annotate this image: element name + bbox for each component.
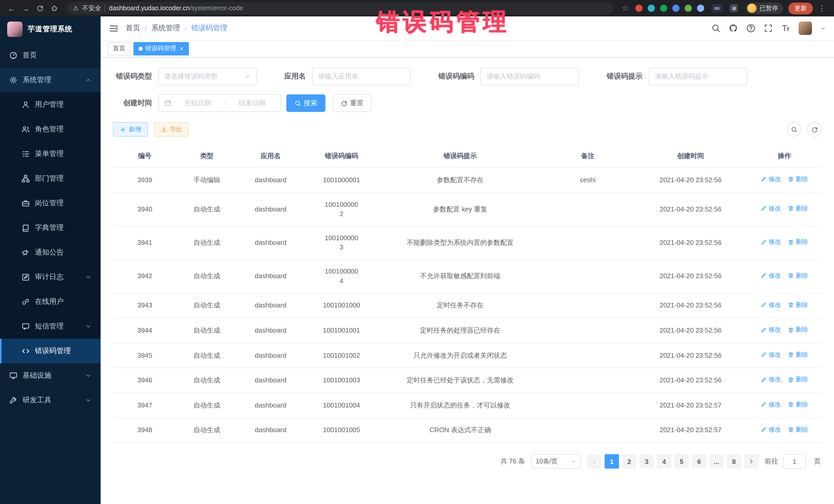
refresh-table-button[interactable]: [807, 122, 822, 136]
extension-icon[interactable]: [635, 5, 642, 12]
column-header: 编号: [113, 145, 177, 168]
next-page-button[interactable]: [744, 454, 759, 468]
page-button[interactable]: 5: [674, 454, 689, 468]
prev-page-button[interactable]: [587, 454, 601, 468]
sidebar-item[interactable]: 研发工具: [0, 388, 101, 413]
breadcrumb-item[interactable]: 系统管理: [151, 24, 180, 33]
sidebar-item[interactable]: 首页: [0, 43, 101, 68]
sidebar-item[interactable]: 审计日志: [0, 265, 101, 289]
goto-page-input[interactable]: 1: [783, 454, 806, 468]
browser-menu-icon[interactable]: ⋮: [815, 4, 829, 13]
search-button[interactable]: 搜索: [286, 94, 325, 112]
cell-type: 自动生成: [177, 368, 237, 393]
sidebar-item[interactable]: 字典管理: [0, 216, 101, 240]
sidebar-item[interactable]: 基础设施: [0, 364, 101, 388]
delete-label: 删除: [796, 301, 808, 309]
page-button[interactable]: 3: [639, 454, 654, 468]
page-content: 错误码类型请选择错误码类型应用名请输入应用名错误码编码请输入错误码编码错误码提示…: [101, 58, 834, 504]
edit-link[interactable]: 修改: [761, 175, 781, 184]
delete-link[interactable]: 删除: [788, 375, 808, 384]
filter-input[interactable]: 请输入应用名: [312, 68, 411, 85]
sidebar-item[interactable]: 在线用户: [0, 289, 101, 314]
sidebar-item[interactable]: 岗位管理: [0, 191, 101, 216]
filter-select[interactable]: 请选择错误码类型: [158, 68, 257, 85]
profile-chip[interactable]: 已暂停: [746, 3, 783, 14]
back-button[interactable]: ←: [5, 2, 18, 14]
delete-link[interactable]: 删除: [788, 301, 808, 309]
help-icon[interactable]: [746, 24, 755, 33]
edit-link[interactable]: 修改: [761, 425, 781, 434]
menu-fold-icon[interactable]: [109, 23, 118, 33]
extension-icon[interactable]: [672, 5, 680, 12]
home-button[interactable]: [48, 2, 61, 14]
date-range-picker[interactable]: 开始日期 - 结束日期: [158, 94, 281, 112]
fullscreen-icon[interactable]: [764, 24, 773, 33]
page-button[interactable]: 8: [727, 454, 741, 468]
toggle-search-button[interactable]: [787, 122, 801, 136]
page-size-select[interactable]: 10条/页: [531, 454, 581, 468]
cell-remark: [542, 368, 634, 393]
filter-input[interactable]: 请输入错误码编码: [480, 68, 579, 85]
edit-link[interactable]: 修改: [761, 326, 781, 334]
edit-link[interactable]: 修改: [761, 351, 781, 359]
extensions-puzzle-icon[interactable]: [730, 4, 738, 12]
edit-link[interactable]: 修改: [761, 271, 781, 280]
font-size-icon[interactable]: [781, 24, 790, 33]
delete-link[interactable]: 删除: [788, 271, 808, 280]
extension-icon[interactable]: [648, 5, 655, 12]
extension-icon[interactable]: [685, 5, 692, 12]
logo[interactable]: 芋道管理系统: [0, 17, 101, 42]
add-button[interactable]: 新增: [113, 122, 148, 136]
dashboard-icon: [9, 51, 18, 60]
filter-input[interactable]: 请输入错误码提示: [649, 68, 747, 85]
cell-msg: 参数配置 key 重复: [379, 193, 542, 226]
pager-ellipsis[interactable]: ...: [709, 454, 724, 468]
edit-link[interactable]: 修改: [761, 375, 781, 384]
reset-button[interactable]: 重置: [333, 94, 372, 112]
extension-on-badge[interactable]: on: [711, 4, 723, 12]
update-button[interactable]: 更新: [788, 2, 813, 14]
page-button[interactable]: 6: [692, 454, 706, 468]
bookmark-star-icon[interactable]: ☆: [622, 4, 629, 13]
delete-link[interactable]: 删除: [788, 400, 808, 409]
sidebar-item[interactable]: 系统管理: [0, 68, 101, 92]
github-icon[interactable]: [729, 24, 738, 33]
sidebar-item[interactable]: 通知公告: [0, 240, 101, 265]
forward-button[interactable]: →: [20, 2, 32, 14]
export-button[interactable]: 导出: [154, 122, 189, 136]
delete-link[interactable]: 删除: [788, 204, 808, 213]
user-avatar[interactable]: [798, 22, 812, 35]
sidebar-item-label: 基础设施: [23, 371, 51, 380]
delete-link[interactable]: 删除: [788, 351, 808, 359]
reload-button[interactable]: [34, 2, 46, 14]
sidebar-item[interactable]: 错误码管理: [0, 339, 101, 364]
tab-item[interactable]: 错误码管理×: [133, 42, 189, 55]
plus-icon: [119, 126, 126, 133]
page-button[interactable]: 4: [657, 454, 671, 468]
page-button[interactable]: 2: [622, 454, 636, 468]
sidebar-item[interactable]: 短信管理: [0, 314, 101, 339]
edit-link[interactable]: 修改: [761, 238, 781, 247]
breadcrumb-item[interactable]: 首页: [126, 24, 140, 33]
chevron-down-icon[interactable]: [820, 25, 826, 31]
address-bar[interactable]: ⚠ 不安全 dashboard.yudao.iocoder.cn/system/…: [67, 2, 614, 14]
edit-link[interactable]: 修改: [761, 400, 781, 409]
page-button[interactable]: 1: [605, 454, 619, 468]
sidebar-item[interactable]: 菜单管理: [0, 141, 101, 166]
sidebar-item[interactable]: 角色管理: [0, 117, 101, 141]
delete-link[interactable]: 删除: [788, 425, 808, 434]
delete-link[interactable]: 删除: [788, 175, 808, 184]
edit-link[interactable]: 修改: [761, 301, 781, 309]
tab-close-icon[interactable]: ×: [180, 45, 183, 52]
cell-app: dashboard: [237, 260, 304, 293]
extension-icon[interactable]: [697, 5, 704, 12]
search-icon[interactable]: [711, 24, 721, 33]
delete-link[interactable]: 删除: [788, 238, 808, 247]
delete-link[interactable]: 删除: [788, 326, 808, 334]
edit-link[interactable]: 修改: [761, 204, 781, 213]
breadcrumb-item[interactable]: 错误码管理: [192, 24, 227, 33]
sidebar-item[interactable]: 部门管理: [0, 166, 101, 191]
extension-icon[interactable]: [660, 5, 667, 12]
sidebar-item[interactable]: 用户管理: [0, 92, 101, 117]
tab-item[interactable]: 首页: [108, 42, 130, 55]
